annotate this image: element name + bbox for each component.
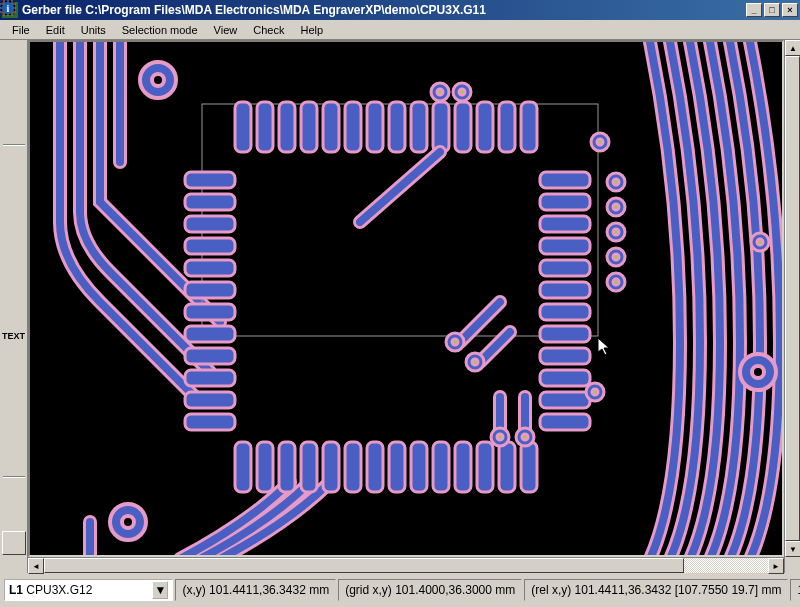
svg-point-112 [613,179,619,185]
svg-point-124 [452,339,458,345]
svg-point-130 [522,434,528,440]
menu-selection-mode[interactable]: Selection mode [114,22,206,38]
offset-out-icon[interactable] [2,424,26,448]
svg-rect-73 [185,348,235,364]
scroll-right-icon[interactable]: ► [768,558,784,574]
svg-point-118 [613,254,619,260]
svg-rect-45 [411,102,427,152]
filled-ellipse-icon[interactable] [2,224,26,248]
menu-check[interactable]: Check [245,22,292,38]
filled-rect-icon[interactable] [2,199,26,223]
status-grid: (grid x,y) 101.4000,36.3000 mm [338,579,522,601]
svg-rect-38 [257,102,273,152]
svg-point-104 [752,366,764,378]
open-file-icon[interactable] [2,67,26,91]
svg-point-132 [592,389,598,395]
text-tool-icon[interactable]: TEXT [2,324,26,348]
svg-rect-76 [185,414,235,430]
offset-in-icon[interactable] [2,399,26,423]
close-button[interactable]: × [782,3,798,17]
chevron-down-icon[interactable]: ▼ [152,581,168,599]
dimension-h-icon[interactable] [2,349,26,373]
svg-rect-53 [279,442,295,492]
tool-palette: TEXT i [0,40,28,573]
separator [3,476,25,478]
svg-rect-75 [185,392,235,408]
menu-file[interactable]: File [4,22,38,38]
svg-rect-83 [540,304,590,320]
grid-icon[interactable] [2,481,26,505]
arc-icon[interactable] [2,299,26,323]
svg-point-128 [497,434,503,440]
svg-rect-69 [185,260,235,276]
status-xy: (x,y) 101.4411,36.3432 mm [175,579,336,601]
filled-circle-icon[interactable] [2,174,26,198]
svg-rect-59 [411,442,427,492]
scroll-thumb[interactable] [785,56,800,541]
layers-icon[interactable] [2,506,26,530]
svg-rect-44 [389,102,405,152]
svg-point-126 [472,359,478,365]
maximize-button[interactable]: □ [764,3,780,17]
scroll-up-icon[interactable]: ▲ [785,40,800,56]
svg-rect-79 [540,216,590,232]
svg-rect-70 [185,282,235,298]
menu-help[interactable]: Help [292,22,331,38]
dimension-v-icon[interactable] [2,374,26,398]
menu-units[interactable]: Units [73,22,114,38]
svg-point-110 [597,139,603,145]
scroll-down-icon[interactable]: ▼ [785,541,800,557]
delete-icon[interactable] [2,449,26,473]
status-rel: (rel x,y) 101.4411,36.3432 [107.7550 19.… [524,579,788,601]
scroll-thumb[interactable] [44,558,684,573]
svg-rect-47 [455,102,471,152]
svg-rect-50 [521,102,537,152]
layer-label: L1 [9,583,23,597]
pcb-canvas[interactable] [28,40,784,557]
svg-rect-67 [185,216,235,232]
svg-rect-63 [499,442,515,492]
menu-edit[interactable]: Edit [38,22,73,38]
scroll-left-icon[interactable]: ◄ [28,558,44,574]
menubar: File Edit Units Selection mode View Chec… [0,20,800,40]
svg-rect-64 [521,442,537,492]
svg-rect-77 [540,172,590,188]
statusbar: L1 CPU3X.G12 ▼ (x,y) 101.4411,36.3432 mm… [0,573,800,607]
new-file-icon[interactable] [2,42,26,66]
svg-rect-57 [367,442,383,492]
svg-point-106 [437,89,443,95]
save-file-icon[interactable] [2,92,26,116]
svg-rect-81 [540,260,590,276]
svg-rect-41 [323,102,339,152]
svg-rect-80 [540,238,590,254]
svg-rect-43 [367,102,383,152]
info-icon[interactable]: i [2,531,26,555]
scroll-corner [785,557,800,573]
svg-rect-84 [540,326,590,342]
svg-rect-54 [301,442,317,492]
svg-rect-86 [540,370,590,386]
svg-rect-61 [455,442,471,492]
svg-rect-39 [279,102,295,152]
status-extra: 19.33 [790,579,800,601]
svg-point-108 [459,89,465,95]
svg-rect-49 [499,102,515,152]
svg-rect-42 [345,102,361,152]
print-icon[interactable] [2,117,26,141]
vertical-scrollbar[interactable]: ▲ ▼ [784,40,800,573]
horizontal-scrollbar[interactable]: ◄ ► [28,557,784,573]
layer-file: CPU3X.G12 [26,583,92,597]
minimize-button[interactable]: _ [746,3,762,17]
line-tool-icon[interactable] [2,149,26,173]
svg-text:i: i [7,3,10,14]
layer-selector[interactable]: L1 CPU3X.G12 ▼ [4,579,173,601]
svg-rect-72 [185,326,235,342]
rect-outline-icon[interactable] [2,249,26,273]
window-title: Gerber file C:\Program Files\MDA Electro… [22,3,486,17]
ellipse-outline-icon[interactable] [2,274,26,298]
svg-rect-62 [477,442,493,492]
svg-rect-87 [540,392,590,408]
menu-view[interactable]: View [206,22,246,38]
svg-rect-46 [433,102,449,152]
svg-rect-48 [477,102,493,152]
